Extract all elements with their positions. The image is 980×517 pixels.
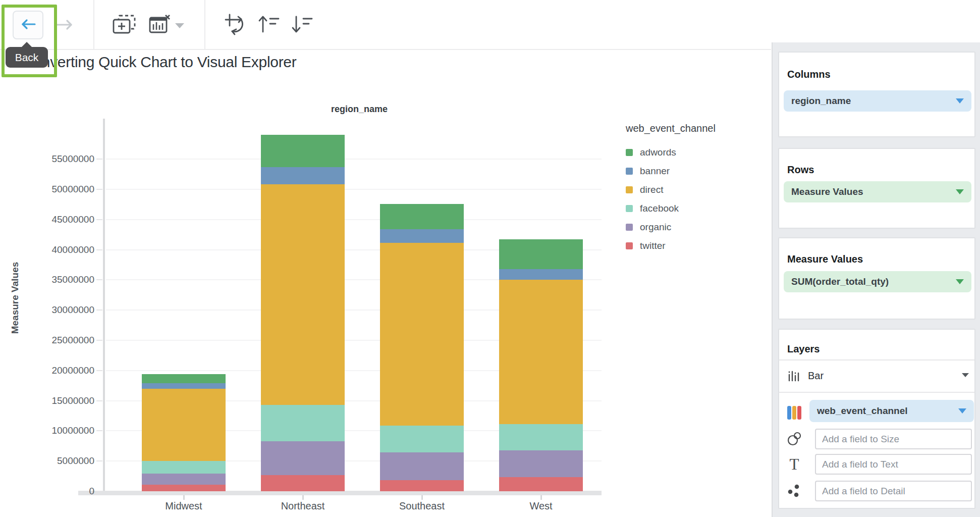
y-tick-label: 20000000 (19, 365, 94, 376)
y-tick-label: 15000000 (19, 395, 94, 406)
legend-swatch (626, 149, 633, 156)
rows-card: Rows Measure Values (778, 148, 975, 229)
y-tick (96, 460, 102, 461)
y-tick-label: 5000000 (19, 455, 94, 467)
y-tick-label: 35000000 (19, 274, 94, 285)
legend-title: web_event_channel (626, 123, 716, 134)
x-tick (302, 495, 304, 500)
bar-segment-adwords[interactable] (261, 135, 345, 167)
y-tick-label: 50000000 (19, 184, 94, 195)
bar-segment-twitter[interactable] (499, 477, 583, 491)
bar-segment-facebook[interactable] (380, 426, 464, 453)
y-tick-label: 55000000 (19, 153, 94, 165)
bar-segment-organic[interactable] (142, 474, 226, 485)
legend-label: organic (640, 222, 671, 233)
bar-segment-twitter[interactable] (142, 485, 226, 491)
legend-label: direct (640, 184, 663, 195)
chevron-down-icon[interactable] (962, 373, 969, 377)
legend: web_event_channel adwordsbannerdirectfac… (626, 123, 716, 258)
color-field-pill[interactable]: web_event_channel (809, 400, 974, 422)
detail-field-input[interactable] (815, 481, 972, 501)
bar-segment-banner[interactable] (142, 383, 226, 389)
size-encoding-icon (786, 431, 802, 447)
bar-segment-twitter[interactable] (261, 475, 345, 491)
size-field-input[interactable] (815, 429, 972, 449)
x-tick-label: West (501, 500, 581, 512)
bar-segment-organic[interactable] (380, 452, 464, 480)
back-tooltip-label: Back (15, 51, 39, 64)
y-tick-label: 25000000 (19, 335, 94, 346)
bar-segment-banner[interactable] (261, 167, 345, 185)
bar-segment-banner[interactable] (499, 269, 583, 280)
chevron-down-icon[interactable] (956, 98, 964, 104)
x-tick (183, 495, 185, 500)
bar-segment-direct[interactable] (142, 389, 226, 461)
bar-segment-direct[interactable] (261, 184, 345, 405)
y-tick (96, 430, 102, 431)
legend-items: adwordsbannerdirectfacebookorganictwitte… (626, 146, 716, 252)
bar-chart-icon (786, 368, 802, 384)
bar-segment-adwords[interactable] (380, 204, 464, 229)
gridline (106, 159, 602, 160)
columns-field-label: region_name (791, 95, 851, 107)
shelf-panel: Columns region_name Rows Measure Values … (772, 42, 980, 517)
y-tick (96, 340, 102, 341)
columns-field-pill[interactable]: region_name (784, 90, 971, 112)
divider (779, 392, 974, 393)
y-axis-title: Measure Values (10, 262, 21, 334)
legend-item-banner[interactable]: banner (626, 165, 716, 177)
legend-item-twitter[interactable]: twitter (626, 240, 716, 252)
layers-heading: Layers (787, 343, 820, 355)
bar-segment-direct[interactable] (499, 280, 583, 424)
y-tick (96, 219, 102, 220)
bar-segment-facebook[interactable] (261, 405, 345, 441)
chevron-down-icon[interactable] (956, 189, 964, 194)
legend-item-facebook[interactable]: facebook (626, 202, 716, 215)
bar-segment-facebook[interactable] (499, 424, 583, 450)
legend-swatch (626, 168, 633, 175)
bar-segment-organic[interactable] (261, 441, 345, 475)
chevron-down-icon[interactable] (958, 408, 966, 413)
y-tick-label: 10000000 (19, 425, 94, 436)
text-encoding-icon: T (786, 456, 802, 472)
y-tick (96, 400, 102, 401)
legend-label: adwords (640, 147, 676, 158)
chart-x-field-title: region_name (309, 104, 410, 115)
measure-values-field-label: SUM(order_total_qty) (791, 276, 889, 287)
x-tick-label: Northeast (262, 500, 343, 512)
y-tick (96, 249, 102, 250)
legend-swatch (626, 186, 633, 193)
x-axis-line (78, 491, 602, 495)
layer-type-label: Bar (808, 370, 824, 382)
y-tick (96, 309, 102, 311)
rows-field-label: Measure Values (791, 186, 863, 197)
bar-segment-banner[interactable] (380, 229, 464, 243)
legend-item-direct[interactable]: direct (626, 184, 716, 196)
bar-segment-direct[interactable] (380, 243, 464, 425)
gridline (106, 189, 602, 190)
rows-field-pill[interactable]: Measure Values (784, 181, 971, 202)
bar-segment-adwords[interactable] (142, 374, 226, 383)
legend-item-adwords[interactable]: adwords (626, 146, 716, 159)
measure-values-heading: Measure Values (787, 253, 863, 265)
y-tick (96, 370, 102, 371)
y-tick (96, 159, 102, 160)
layers-card: Layers Bar web_event_channel (778, 329, 975, 509)
legend-label: banner (640, 166, 670, 177)
legend-swatch (626, 242, 633, 249)
bar-segment-adwords[interactable] (499, 239, 583, 269)
y-tick-label: 45000000 (19, 214, 94, 225)
gridline (106, 219, 602, 220)
legend-item-organic[interactable]: organic (626, 221, 716, 233)
measure-values-field-pill[interactable]: SUM(order_total_qty) (784, 271, 971, 292)
back-tooltip: Back (6, 47, 48, 68)
chevron-down-icon[interactable] (956, 279, 964, 284)
bar-segment-twitter[interactable] (380, 480, 464, 491)
bar-segment-organic[interactable] (499, 450, 583, 478)
color-encoding-icon (786, 404, 802, 421)
y-tick (96, 189, 102, 190)
legend-label: facebook (640, 203, 679, 214)
color-field-label: web_event_channel (817, 405, 908, 417)
bar-segment-facebook[interactable] (142, 461, 226, 474)
text-field-input[interactable] (815, 454, 972, 475)
